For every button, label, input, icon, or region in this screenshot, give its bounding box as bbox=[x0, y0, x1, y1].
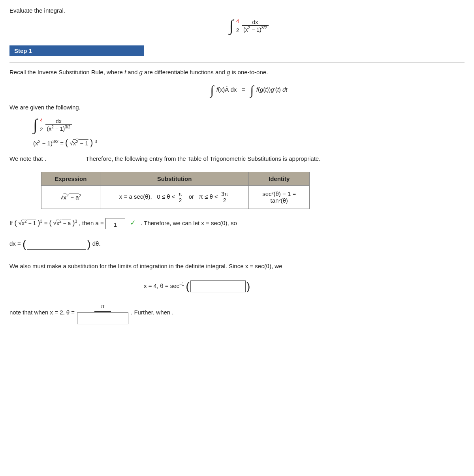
table-cell-identity: sec²(θ) − 1 = tan²(θ) bbox=[249, 185, 310, 209]
note-when-text: note that when x = 2, θ = bbox=[9, 307, 75, 318]
identity-line1: sec²(θ) − 1 = bbox=[262, 190, 296, 197]
therefore-text: Therefore, the following entry from the … bbox=[86, 153, 320, 165]
recall-text: Recall the Inverse Substitution Rule, wh… bbox=[9, 67, 465, 78]
integral-limits: 4 2 bbox=[236, 18, 239, 33]
dx-row: dx = ( ) dθ. bbox=[9, 233, 465, 254]
cube-exponent: 3 bbox=[94, 139, 97, 144]
x4-paren-l: ( bbox=[186, 276, 190, 297]
big-paren-right: ) bbox=[90, 137, 93, 147]
g2-italic: g bbox=[227, 69, 230, 75]
big-paren-left: ( bbox=[65, 137, 68, 147]
given-numer: dx bbox=[45, 118, 72, 125]
table-header-substitution: Substitution bbox=[100, 172, 249, 185]
3pi-numer: 3π bbox=[220, 191, 229, 197]
x2-input[interactable] bbox=[77, 312, 128, 324]
check-mark: ✓ bbox=[130, 219, 136, 227]
upper-limit: 4 bbox=[236, 18, 239, 24]
given-denom: (x2 − 1)3/2 bbox=[45, 125, 72, 132]
x2-row: note that when x = 2, θ = π . Further, w… bbox=[9, 301, 465, 325]
x4-text: x = 4, θ = sec bbox=[144, 282, 179, 289]
dx-input[interactable] bbox=[27, 238, 86, 250]
table-cell-substitution: x = a sec(θ), 0 ≤ θ < π 2 or π ≤ θ < 3π … bbox=[100, 185, 249, 209]
equals-sign: = bbox=[242, 86, 245, 93]
lower-limit: 2 bbox=[236, 27, 239, 33]
int-sign-left: ∫ bbox=[210, 84, 214, 96]
f-italic: f bbox=[124, 69, 126, 75]
dx-paren-r: ) bbox=[87, 233, 90, 254]
table-cell-expression: √x2 − a2 bbox=[41, 185, 100, 209]
table-header-expression: Expression bbox=[41, 172, 100, 185]
given-frac: dx (x2 − 1)3/2 bbox=[45, 118, 72, 132]
if-paren-l: ( bbox=[15, 219, 17, 227]
integral-fraction: dx (x2 − 1)3/2 bbox=[242, 19, 269, 33]
dtheta-label: dθ. bbox=[92, 240, 101, 246]
pi-fraction-container: π bbox=[77, 301, 128, 325]
eq-paren-l: ( bbox=[49, 219, 52, 227]
3pi-denom: 2 bbox=[220, 197, 229, 203]
a-value-row: If ( √x2 − 1 )3 = ( √x2 − a )3 , then a … bbox=[9, 216, 465, 230]
pi-denom: 2 bbox=[177, 197, 184, 203]
integral-sign: ∫ bbox=[229, 18, 233, 34]
given-int-sign: ∫ bbox=[33, 117, 38, 133]
substitution-rule-formula: ∫ f(x)Â dx = ∫ f(g(t))g′(t) dt bbox=[33, 84, 465, 96]
identity-line2: tan²(θ) bbox=[271, 197, 288, 204]
x4-input[interactable] bbox=[190, 280, 246, 292]
step1-header: Step 1 bbox=[9, 45, 144, 56]
x4-exp: −1 bbox=[179, 282, 184, 286]
problem-title: Evaluate the integral. bbox=[9, 7, 465, 14]
trig-table: Expression Substitution Identity √x2 − a… bbox=[41, 172, 310, 209]
pi-numer: π bbox=[177, 191, 184, 197]
step-divider bbox=[9, 62, 465, 63]
further-text: . Further, when . bbox=[131, 307, 173, 318]
table-row: √x2 − a2 x = a sec(θ), 0 ≤ θ < π 2 or π … bbox=[41, 185, 310, 209]
note-therefore-row: We note that . Therefore, the following … bbox=[9, 153, 465, 165]
formula-right: f(g(t))g′(t) dt bbox=[256, 86, 288, 93]
given-integral: ∫ 4 2 dx (x2 − 1)3/2 bbox=[33, 117, 465, 133]
fraction-denominator: (x2 − 1)3/2 bbox=[242, 26, 269, 33]
dx-paren-l: ( bbox=[23, 233, 26, 254]
formula-left: f(x)Â dx bbox=[216, 86, 237, 93]
g-italic: g bbox=[139, 69, 143, 75]
3pi-over-2-frac: 3π 2 bbox=[220, 191, 229, 203]
identity-equation: (x2 − 1)3/2 = ( √x2 − 1 ) 3 bbox=[33, 137, 465, 148]
given-upper: 4 bbox=[40, 117, 43, 123]
dx-label: dx = bbox=[9, 240, 21, 246]
sqrt-expr: √x2 − 1 bbox=[70, 140, 88, 147]
table-header-identity: Identity bbox=[249, 172, 310, 185]
pi-top: π bbox=[94, 301, 111, 312]
limits-substitution-text: We also must make a substitution for the… bbox=[9, 261, 465, 272]
int-sign-right: ∫ bbox=[250, 84, 254, 96]
note-text: We note that . bbox=[9, 153, 46, 165]
given-text: We are given the following. bbox=[9, 102, 465, 113]
given-int-limits: 4 2 bbox=[40, 117, 43, 132]
x4-paren-group: ( ) bbox=[186, 276, 250, 297]
x4-row: x = 4, θ = sec−1 ( ) bbox=[144, 276, 465, 297]
a-value-input[interactable]: 1 bbox=[105, 218, 125, 229]
dx-paren-group: ( ) bbox=[23, 233, 91, 254]
main-integral: ∫ 4 2 dx (x2 − 1)3/2 bbox=[33, 18, 465, 34]
x4-paren-r: ) bbox=[246, 276, 250, 297]
fraction-numerator: dx bbox=[242, 19, 269, 26]
given-lower: 2 bbox=[40, 126, 43, 132]
therefore-x-text: . Therefore, we can let x = sec(θ), so bbox=[141, 220, 237, 226]
pi-over-2-frac: π 2 bbox=[177, 191, 184, 203]
